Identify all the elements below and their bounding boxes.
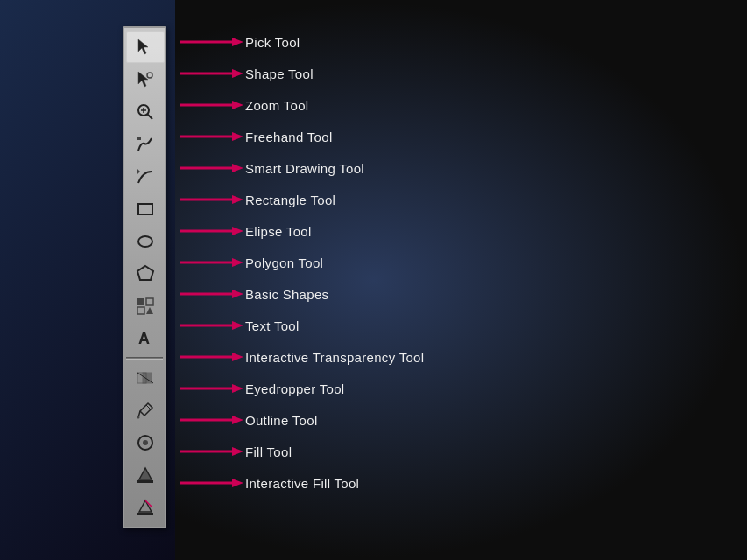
rectangle-icon: [136, 200, 155, 219]
text-icon: A: [136, 329, 155, 348]
separator-1: [126, 357, 163, 360]
row-eyedropper-tool: Eyedropper Tool: [175, 373, 424, 404]
smart-icon: [136, 167, 155, 186]
toolbar-item-pick[interactable]: [126, 32, 165, 63]
row-transparency-tool: Interactive Transparency Tool: [175, 341, 424, 373]
arrow-outline: [175, 410, 245, 430]
svg-rect-14: [137, 307, 144, 314]
pick-icon: [136, 38, 155, 57]
shape-icon: [136, 70, 155, 89]
svg-rect-12: [137, 298, 144, 305]
toolbar-item-outline[interactable]: [126, 427, 165, 458]
svg-point-2: [147, 73, 152, 78]
label-basic-shapes: Basic Shapes: [245, 287, 328, 302]
svg-marker-45: [232, 290, 243, 298]
label-shape-tool: Shape Tool: [245, 66, 314, 81]
arrow-elipse: [175, 221, 245, 241]
toolbar-item-text[interactable]: A: [126, 323, 165, 354]
labels-container: Pick Tool Shape Tool Zoom Tool Freehan: [175, 26, 424, 499]
zoom-icon: [136, 102, 155, 122]
svg-text:A: A: [138, 330, 150, 347]
svg-point-21: [137, 416, 140, 419]
toolbar-item-eyedropper[interactable]: [126, 395, 165, 426]
toolbar-item-zoom[interactable]: [126, 96, 165, 128]
label-eyedropper-tool: Eyedropper Tool: [245, 382, 344, 396]
toolbar-item-smart[interactable]: [126, 161, 165, 192]
toolbar-item-elipse[interactable]: [126, 226, 165, 257]
svg-marker-57: [232, 479, 243, 487]
svg-marker-37: [232, 164, 243, 172]
svg-rect-7: [137, 136, 141, 140]
row-basic-shapes: Basic Shapes: [175, 278, 424, 310]
svg-marker-29: [232, 38, 243, 46]
arrow-zoom: [175, 95, 245, 115]
toolbar-item-polygon[interactable]: [126, 258, 165, 290]
fill-icon: [136, 466, 155, 485]
svg-marker-15: [146, 307, 153, 314]
polygon-icon: [136, 264, 155, 284]
row-fill-tool: Fill Tool: [175, 436, 424, 467]
row-rectangle-tool: Rectangle Tool: [175, 184, 424, 215]
svg-marker-11: [137, 266, 153, 280]
toolbar-item-ifill[interactable]: [126, 492, 165, 523]
label-smart-drawing-tool: Smart Drawing Tool: [245, 161, 364, 176]
svg-rect-9: [138, 204, 152, 214]
svg-marker-43: [232, 258, 243, 267]
arrow-eyedropper: [175, 379, 245, 398]
toolbar-item-rectangle[interactable]: [126, 193, 165, 225]
svg-rect-27: [137, 513, 153, 515]
svg-marker-31: [232, 69, 243, 78]
svg-marker-47: [232, 321, 243, 330]
row-zoom-tool: Zoom Tool: [175, 89, 424, 121]
row-outline-tool: Outline Tool: [175, 404, 424, 436]
toolbar-item-basic-shapes[interactable]: [126, 290, 165, 322]
ifill-icon: [136, 498, 155, 517]
svg-marker-8: [137, 169, 140, 174]
label-transparency-tool: Interactive Transparency Tool: [245, 350, 424, 365]
label-freehand-tool: Freehand Tool: [245, 130, 333, 144]
svg-line-4: [148, 115, 153, 120]
label-ifill-tool: Interactive Fill Tool: [245, 476, 359, 491]
row-pick-tool: Pick Tool: [175, 26, 424, 58]
toolbar-item-transparency[interactable]: [126, 362, 165, 394]
svg-marker-41: [232, 227, 243, 235]
svg-marker-39: [232, 195, 243, 204]
label-fill-tool: Fill Tool: [245, 444, 292, 459]
arrow-transparency: [175, 347, 245, 367]
toolbar-item-freehand[interactable]: [126, 129, 165, 160]
elipse-icon: [136, 232, 155, 251]
row-smart-drawing-tool: Smart Drawing Tool: [175, 152, 424, 184]
label-text-tool: Text Tool: [245, 318, 300, 333]
svg-marker-49: [232, 353, 243, 361]
row-shape-tool: Shape Tool: [175, 58, 424, 89]
basic-shapes-icon: [136, 297, 155, 316]
label-zoom-tool: Zoom Tool: [245, 98, 308, 113]
label-outline-tool: Outline Tool: [245, 413, 318, 428]
svg-marker-1: [138, 72, 148, 87]
arrow-fill: [175, 442, 245, 461]
arrow-pick: [175, 32, 245, 52]
svg-marker-51: [232, 384, 243, 393]
arrow-rectangle: [175, 190, 245, 209]
arrow-shape: [175, 64, 245, 83]
toolbar-item-fill[interactable]: [126, 459, 165, 491]
toolbar-item-shape[interactable]: [126, 64, 165, 95]
freehand-icon: [136, 135, 155, 154]
svg-point-24: [143, 440, 148, 445]
main-container: A: [123, 26, 424, 528]
svg-marker-55: [232, 447, 243, 456]
label-pick-tool: Pick Tool: [245, 35, 300, 50]
svg-marker-33: [232, 101, 243, 109]
svg-marker-0: [138, 39, 148, 54]
row-polygon-tool: Polygon Tool: [175, 247, 424, 278]
label-polygon-tool: Polygon Tool: [245, 256, 323, 270]
transparency-icon: [136, 368, 155, 388]
svg-marker-35: [232, 132, 243, 141]
arrow-smart: [175, 158, 245, 178]
row-freehand-tool: Freehand Tool: [175, 121, 424, 152]
outline-icon: [136, 433, 155, 452]
arrow-basic-shapes: [175, 284, 245, 304]
label-elipse-tool: Elipse Tool: [245, 224, 312, 239]
svg-marker-53: [232, 416, 243, 424]
svg-point-10: [138, 236, 152, 247]
